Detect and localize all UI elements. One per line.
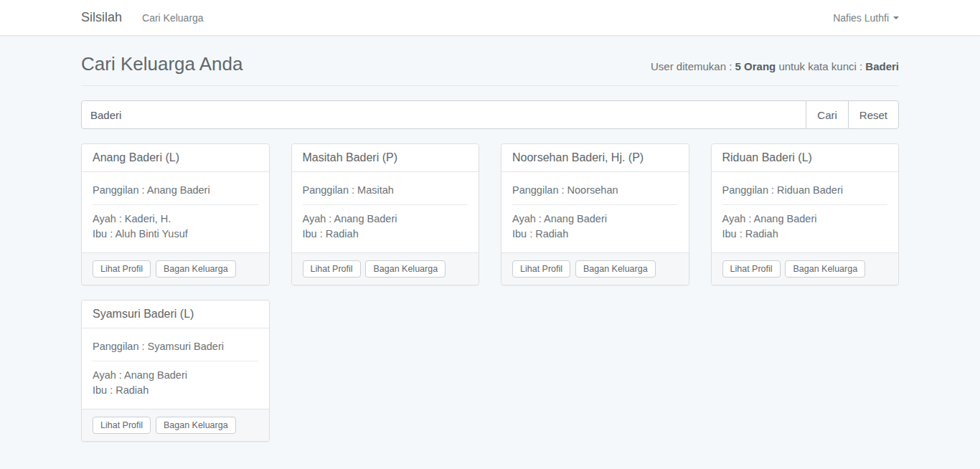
person-father: Ayah : Anang Baderi [303, 212, 468, 227]
person-father: Ayah : Anang Baderi [722, 212, 888, 227]
family-chart-button[interactable]: Bagan Keluarga [365, 260, 446, 278]
result-summary: User ditemukan : 5 Orang untuk kata kunc… [651, 60, 899, 72]
user-menu-dropdown[interactable]: Nafies Luthfi [833, 12, 899, 24]
summary-count: 5 Orang [735, 60, 776, 72]
search-input[interactable] [81, 100, 806, 129]
person-card-body: Panggilan : Syamsuri Baderi Ayah : Anang… [82, 328, 269, 409]
view-profile-button[interactable]: Lihat Profil [512, 260, 570, 278]
person-card: Riduan Baderi (L) Panggilan : Riduan Bad… [711, 143, 900, 285]
person-nickname: Panggilan : Riduan Baderi [722, 183, 888, 198]
summary-prefix: User ditemukan : [651, 60, 735, 72]
family-chart-button[interactable]: Bagan Keluarga [156, 260, 236, 278]
divider [512, 204, 678, 205]
person-card-body: Panggilan : Noorsehan Ayah : Anang Bader… [501, 172, 689, 252]
person-card-footer: Lihat Profil Bagan Keluarga [82, 409, 269, 441]
person-card-title: Anang Baderi (L) [82, 144, 269, 172]
person-mother: Ibu : Radiah [512, 227, 678, 242]
divider [303, 204, 468, 205]
navbar-inner: Silsilah Cari Keluarga Nafies Luthfi [81, 0, 899, 35]
person-card: Masitah Baderi (P) Panggilan : Masitah A… [291, 143, 480, 285]
person-card-title: Riduan Baderi (L) [712, 144, 899, 172]
person-mother: Ibu : Radiah [722, 227, 888, 242]
page-title: Cari Keluarga Anda [81, 53, 242, 75]
person-card: Noorsehan Baderi, Hj. (P) Panggilan : No… [501, 143, 689, 285]
search-form: Cari Reset [81, 100, 899, 129]
user-menu-label: Nafies Luthfi [833, 12, 889, 24]
family-chart-button[interactable]: Bagan Keluarga [156, 417, 236, 434]
family-chart-button[interactable]: Bagan Keluarga [575, 260, 656, 278]
person-card-footer: Lihat Profil Bagan Keluarga [712, 252, 899, 285]
navbar-right: Nafies Luthfi [833, 12, 899, 24]
person-mother: Ibu : Aluh Binti Yusuf [93, 227, 258, 242]
navbar: Silsilah Cari Keluarga Nafies Luthfi [0, 0, 980, 36]
divider [722, 204, 888, 205]
reset-button[interactable]: Reset [848, 100, 899, 129]
person-card: Anang Baderi (L) Panggilan : Anang Bader… [81, 143, 270, 285]
divider [93, 204, 258, 205]
person-nickname: Panggilan : Anang Baderi [93, 183, 258, 198]
person-mother: Ibu : Radiah [303, 227, 468, 242]
view-profile-button[interactable]: Lihat Profil [722, 260, 781, 278]
person-card-body: Panggilan : Masitah Ayah : Anang Baderi … [292, 172, 479, 252]
person-card-body: Panggilan : Riduan Baderi Ayah : Anang B… [712, 172, 899, 252]
person-nickname: Panggilan : Syamsuri Baderi [93, 339, 258, 354]
person-card-title: Masitah Baderi (P) [292, 144, 479, 172]
view-profile-button[interactable]: Lihat Profil [93, 260, 151, 278]
page-header: Cari Keluarga Anda User ditemukan : 5 Or… [81, 36, 899, 86]
cari-button[interactable]: Cari [806, 100, 849, 129]
view-profile-button[interactable]: Lihat Profil [303, 260, 361, 278]
person-father: Ayah : Anang Baderi [93, 368, 258, 383]
summary-keyword: Baderi [865, 60, 899, 72]
family-chart-button[interactable]: Bagan Keluarga [785, 260, 865, 278]
view-profile-button[interactable]: Lihat Profil [93, 417, 151, 434]
search-results-grid: Anang Baderi (L) Panggilan : Anang Bader… [81, 143, 899, 442]
person-card-footer: Lihat Profil Bagan Keluarga [292, 252, 479, 285]
main-container: Cari Keluarga Anda User ditemukan : 5 Or… [81, 36, 899, 442]
chevron-down-icon [893, 16, 899, 19]
person-nickname: Panggilan : Noorsehan [512, 183, 678, 198]
person-mother: Ibu : Radiah [93, 383, 258, 398]
person-card-title: Syamsuri Baderi (L) [82, 300, 269, 328]
person-card-footer: Lihat Profil Bagan Keluarga [501, 252, 689, 285]
nav-item-cari-keluarga[interactable]: Cari Keluarga [142, 12, 204, 24]
brand-silsilah[interactable]: Silsilah [81, 10, 122, 25]
person-father: Ayah : Kaderi, H. [93, 212, 258, 227]
summary-middle: untuk kata kunci : [776, 60, 865, 72]
divider [93, 361, 258, 361]
person-card-title: Noorsehan Baderi, Hj. (P) [501, 144, 689, 172]
person-card-footer: Lihat Profil Bagan Keluarga [82, 252, 269, 285]
person-card-body: Panggilan : Anang Baderi Ayah : Kaderi, … [82, 172, 269, 252]
person-father: Ayah : Anang Baderi [512, 212, 678, 227]
person-nickname: Panggilan : Masitah [303, 183, 468, 198]
person-card: Syamsuri Baderi (L) Panggilan : Syamsuri… [81, 300, 270, 442]
